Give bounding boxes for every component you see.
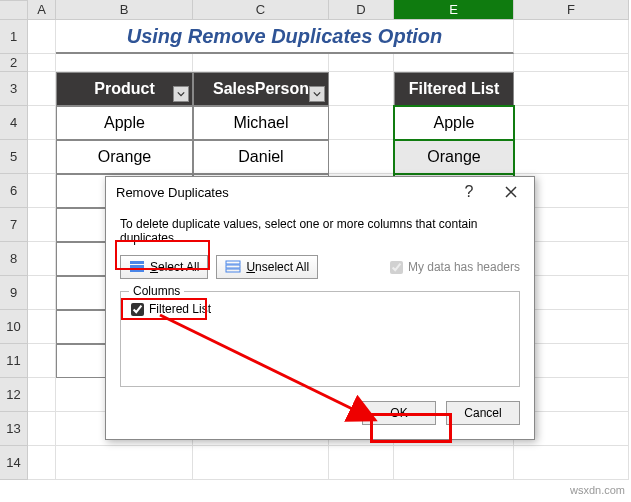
column-item[interactable]: Filtered List (129, 300, 511, 318)
button-label: Select All (150, 260, 199, 274)
row-header-7[interactable]: 7 (0, 208, 28, 242)
button-label: Unselect All (246, 260, 309, 274)
cell[interactable] (28, 54, 56, 72)
unselect-all-button[interactable]: Unselect All (216, 255, 318, 279)
col-header-c[interactable]: C (193, 0, 329, 20)
cell[interactable] (28, 446, 56, 480)
row-header-8[interactable]: 8 (0, 242, 28, 276)
cell[interactable] (514, 20, 629, 54)
cell[interactable] (514, 140, 629, 174)
cell[interactable] (193, 446, 329, 480)
chevron-down-icon (313, 90, 321, 98)
columns-group: Columns Filtered List (120, 291, 520, 387)
group-label: Columns (129, 284, 184, 298)
cell[interactable] (514, 54, 629, 72)
filter-button[interactable] (309, 86, 325, 102)
close-button[interactable] (490, 178, 532, 206)
col-header-f[interactable]: F (514, 0, 629, 20)
cell[interactable] (28, 208, 56, 242)
row-header-11[interactable]: 11 (0, 344, 28, 378)
cell[interactable] (514, 106, 629, 140)
cell[interactable] (329, 106, 394, 140)
row-header-5[interactable]: 5 (0, 140, 28, 174)
dialog-titlebar[interactable]: Remove Duplicates ? (106, 177, 534, 207)
cell[interactable] (329, 446, 394, 480)
product-cell[interactable]: Apple (56, 106, 193, 140)
cell[interactable] (28, 20, 56, 54)
product-header[interactable]: Product (56, 72, 193, 106)
svg-rect-2 (130, 269, 144, 272)
salesperson-cell[interactable]: Michael (193, 106, 329, 140)
cell[interactable] (28, 242, 56, 276)
cell[interactable] (28, 344, 56, 378)
svg-rect-3 (226, 261, 240, 264)
cell[interactable] (28, 276, 56, 310)
row-header-13[interactable]: 13 (0, 412, 28, 446)
row-header-12[interactable]: 12 (0, 378, 28, 412)
cell[interactable] (28, 310, 56, 344)
row-header-3[interactable]: 3 (0, 72, 28, 106)
product-cell[interactable]: Orange (56, 140, 193, 174)
watermark: wsxdn.com (570, 484, 625, 496)
cell[interactable] (28, 174, 56, 208)
chevron-down-icon (177, 90, 185, 98)
checkbox-text: My data has headers (408, 260, 520, 274)
cell[interactable] (28, 106, 56, 140)
unselect-all-icon (225, 260, 241, 274)
cell[interactable] (56, 54, 193, 72)
ok-button[interactable]: OK (362, 401, 436, 425)
svg-rect-4 (226, 265, 240, 268)
dialog-instruction: To delete duplicate values, select one o… (120, 217, 520, 245)
cell[interactable] (56, 446, 193, 480)
cell[interactable] (28, 72, 56, 106)
filtered-cell[interactable]: Orange (394, 140, 514, 174)
row-header-14[interactable]: 14 (0, 446, 28, 480)
filtered-cell[interactable]: Apple (394, 106, 514, 140)
headers-checkbox-label[interactable]: My data has headers (390, 260, 520, 274)
col-header-d[interactable]: D (329, 0, 394, 20)
column-name: Filtered List (149, 302, 211, 316)
col-header-a[interactable]: A (28, 0, 56, 20)
select-all-button[interactable]: Select All (120, 255, 208, 279)
cell[interactable] (193, 54, 329, 72)
filtered-header[interactable]: Filtered List (394, 72, 514, 106)
cell[interactable] (514, 446, 629, 480)
select-all-icon (129, 260, 145, 274)
row-header-9[interactable]: 9 (0, 276, 28, 310)
cell[interactable] (329, 140, 394, 174)
cell[interactable] (28, 378, 56, 412)
cell[interactable] (394, 446, 514, 480)
header-label: Filtered List (409, 80, 500, 98)
salesperson-header[interactable]: SalesPerson (193, 72, 329, 106)
column-checkbox[interactable] (131, 303, 144, 316)
cell[interactable] (28, 140, 56, 174)
row-header-10[interactable]: 10 (0, 310, 28, 344)
header-label: SalesPerson (213, 80, 309, 98)
row-header-1[interactable]: 1 (0, 20, 28, 54)
filter-button[interactable] (173, 86, 189, 102)
title-cell[interactable]: Using Remove Duplicates Option (56, 20, 514, 54)
headers-checkbox[interactable] (390, 261, 403, 274)
svg-rect-0 (130, 261, 144, 264)
cell[interactable] (394, 54, 514, 72)
remove-duplicates-dialog: Remove Duplicates ? To delete duplicate … (105, 176, 535, 440)
col-header-e[interactable]: E (394, 0, 514, 20)
svg-rect-1 (130, 265, 144, 268)
cell[interactable] (329, 54, 394, 72)
select-all-cell[interactable] (0, 0, 28, 20)
cell[interactable] (514, 72, 629, 106)
row-header-2[interactable]: 2 (0, 54, 28, 72)
cell[interactable] (28, 412, 56, 446)
col-header-b[interactable]: B (56, 0, 193, 20)
cancel-button[interactable]: Cancel (446, 401, 520, 425)
svg-rect-5 (226, 269, 240, 272)
row-header-4[interactable]: 4 (0, 106, 28, 140)
header-label: Product (94, 80, 154, 98)
close-icon (505, 186, 517, 198)
row-header-6[interactable]: 6 (0, 174, 28, 208)
cell[interactable] (329, 72, 394, 106)
salesperson-cell[interactable]: Daniel (193, 140, 329, 174)
dialog-title: Remove Duplicates (108, 185, 448, 200)
help-button[interactable]: ? (448, 178, 490, 206)
